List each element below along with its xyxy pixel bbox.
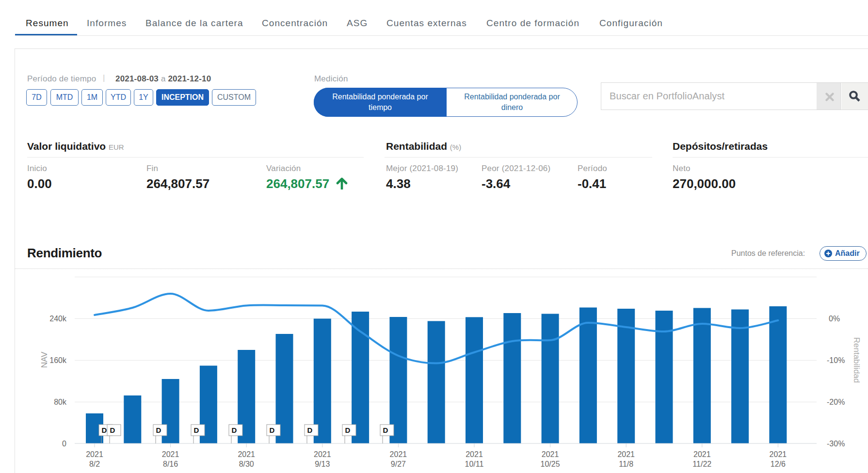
svg-text:2021: 2021	[238, 450, 255, 458]
svg-text:8/2: 8/2	[89, 460, 100, 468]
svg-text:9/13: 9/13	[315, 460, 330, 468]
svg-text:2021: 2021	[390, 450, 407, 458]
svg-text:10/25: 10/25	[541, 460, 560, 468]
svg-text:D: D	[102, 426, 107, 434]
svg-text:D: D	[383, 426, 388, 434]
svg-text:11/22: 11/22	[692, 460, 711, 468]
svg-text:-10%: -10%	[827, 356, 845, 364]
svg-text:2021: 2021	[542, 450, 559, 458]
svg-text:D: D	[270, 426, 275, 434]
svg-text:D: D	[232, 426, 237, 434]
svg-text:10/11: 10/11	[465, 460, 484, 468]
svg-text:0: 0	[62, 440, 66, 448]
svg-text:-20%: -20%	[827, 398, 845, 406]
svg-text:D: D	[345, 426, 351, 434]
svg-text:0%: 0%	[829, 315, 840, 323]
svg-text:D: D	[156, 426, 161, 434]
svg-text:NAV: NAV	[40, 351, 49, 368]
svg-text:2021: 2021	[162, 450, 179, 458]
svg-text:D: D	[307, 426, 313, 434]
svg-text:2021: 2021	[466, 450, 483, 458]
svg-text:2021: 2021	[770, 450, 787, 458]
svg-text:80k: 80k	[54, 398, 67, 406]
svg-text:D: D	[110, 426, 115, 434]
svg-text:Rentabilidad: Rentabilidad	[852, 337, 861, 383]
svg-text:160k: 160k	[49, 356, 67, 364]
svg-text:2021: 2021	[617, 450, 635, 458]
svg-text:-30%: -30%	[827, 440, 845, 448]
svg-text:8/30: 8/30	[239, 460, 254, 468]
svg-text:D: D	[194, 426, 199, 434]
svg-text:11/8: 11/8	[619, 460, 633, 468]
svg-text:240k: 240k	[49, 315, 67, 323]
svg-text:2021: 2021	[86, 450, 103, 458]
svg-text:9/27: 9/27	[391, 460, 406, 468]
svg-text:2021: 2021	[693, 450, 711, 458]
svg-text:12/6: 12/6	[771, 460, 786, 468]
svg-text:2021: 2021	[314, 450, 331, 458]
svg-text:8/16: 8/16	[163, 460, 178, 468]
